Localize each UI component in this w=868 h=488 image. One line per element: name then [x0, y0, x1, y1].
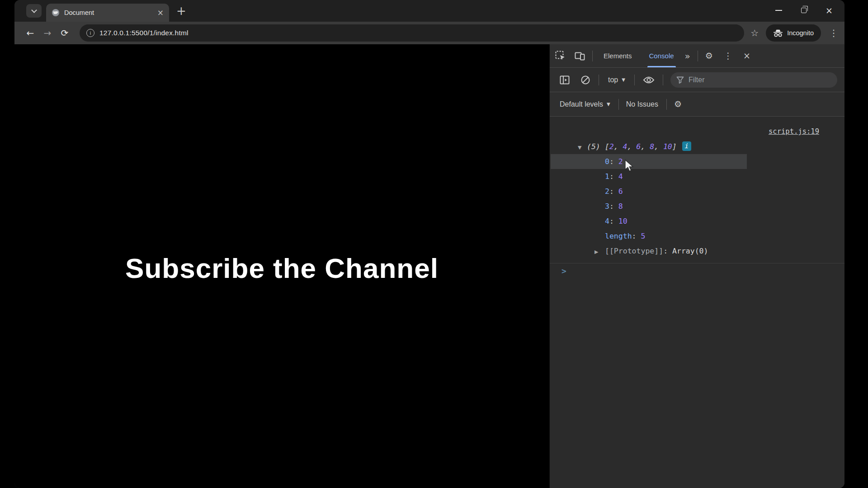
log-levels-dropdown[interactable]: Default levels ▼ [560, 100, 610, 108]
close-window-button[interactable]: × [816, 1, 842, 20]
colon: : [609, 157, 618, 166]
array-property-row[interactable]: 4: 10 [550, 214, 844, 229]
colon: : [663, 247, 672, 255]
colon: : [609, 217, 618, 225]
content-area: Subscribe the Channel [14, 44, 844, 488]
devtools-settings-icon[interactable]: ⚙ [705, 52, 713, 60]
array-log-row[interactable]: ▼(5) [2, 4, 6, 8, 10]i [550, 139, 844, 154]
devtools-close-icon[interactable]: × [743, 52, 750, 60]
devtools-tabbar: Elements Console » ⚙ ⋮ × [550, 44, 844, 68]
property-key: 1 [605, 172, 609, 181]
context-selector[interactable]: top ▼ [608, 76, 625, 84]
incognito-badge: Incognito [766, 24, 821, 42]
property-key: 3 [605, 202, 609, 211]
devtools-panel: Elements Console » ⚙ ⋮ × [549, 44, 844, 488]
eye-icon [643, 76, 655, 84]
console-toolbar: top ▼ Filter [550, 68, 844, 92]
property-key: 4 [605, 217, 609, 225]
device-toolbar-icon [575, 51, 585, 61]
separator [663, 75, 663, 85]
colon: : [609, 187, 618, 196]
bookmark-star-icon[interactable]: ☆ [750, 28, 759, 38]
comma: , [641, 142, 650, 151]
clear-console-button[interactable] [580, 75, 590, 85]
context-label: top [608, 76, 618, 84]
array-property-row[interactable]: 0: 2 [551, 154, 747, 169]
separator [698, 51, 698, 61]
property-value: 6 [618, 187, 623, 196]
preview-value: 10 [663, 142, 672, 151]
property-value: 10 [618, 217, 627, 225]
filter-placeholder: Filter [689, 76, 705, 84]
inspect-element-button[interactable] [555, 51, 566, 61]
array-property-row[interactable]: 3: 8 [550, 199, 844, 214]
reload-button[interactable]: ⟳ [56, 24, 73, 42]
property-key: 0 [605, 157, 609, 166]
expand-triangle-icon[interactable]: ▼ [578, 140, 587, 155]
toggle-device-toolbar-button[interactable] [575, 51, 585, 61]
window-controls: × [766, 1, 842, 20]
page-heading: Subscribe the Channel [125, 252, 439, 284]
separator [666, 99, 667, 110]
array-property-row[interactable]: 2: 6 [550, 184, 844, 199]
property-key: 2 [605, 187, 609, 196]
array-length-row[interactable]: length: 5 [550, 229, 844, 244]
source-link[interactable]: script.js:19 [769, 127, 819, 136]
tab-elements[interactable]: Elements [600, 44, 636, 67]
tab-strip: Document × + × [14, 0, 844, 22]
separator [618, 99, 619, 110]
prototype-value: Array(0) [672, 247, 708, 255]
live-expression-button[interactable] [643, 76, 655, 84]
console-sidebar-icon [560, 75, 570, 84]
property-value: 4 [618, 172, 623, 181]
bracket-close: ] [672, 142, 677, 151]
site-info-icon[interactable]: i [86, 29, 94, 37]
url-text[interactable]: 127.0.0.1:5500/1/index.html [99, 29, 189, 37]
browser-tab[interactable]: Document × [46, 4, 169, 22]
browser-menu-icon[interactable]: ⋮ [829, 28, 838, 38]
forward-button[interactable]: → [39, 24, 56, 42]
tab-title: Document [64, 9, 153, 16]
console-sidebar-button[interactable] [560, 75, 570, 84]
property-value: 8 [618, 202, 623, 211]
colon: : [609, 172, 618, 181]
devtools-menu-icon[interactable]: ⋮ [724, 52, 732, 60]
tab-console[interactable]: Console [646, 44, 678, 67]
chevron-down-icon: ▼ [607, 102, 610, 107]
console-messages: script.js:19 ▼(5) [2, 4, 6, 8, 10]i 0: 2… [550, 117, 844, 276]
array-property-row[interactable]: 1: 4 [550, 169, 844, 184]
mouse-cursor [624, 159, 634, 172]
inspect-cursor-icon [555, 51, 566, 61]
prototype-row[interactable]: ▶[[Prototype]]: Array(0) [550, 244, 844, 258]
info-badge-icon[interactable]: i [682, 141, 691, 151]
filter-input[interactable]: Filter [670, 72, 837, 88]
console-prompt[interactable]: > [550, 263, 844, 276]
source-link-row: script.js:19 [550, 124, 844, 139]
tab-search-button[interactable] [26, 4, 42, 18]
globe-favicon-icon [52, 9, 60, 17]
tab-close-icon[interactable]: × [157, 9, 164, 17]
restore-button[interactable] [791, 1, 816, 20]
new-tab-button[interactable]: + [174, 3, 189, 19]
more-tabs-icon[interactable]: » [685, 52, 690, 61]
chevron-down-icon: ▼ [622, 77, 625, 82]
console-settings-icon[interactable]: ⚙ [674, 100, 682, 108]
issues-counter[interactable]: No Issues [626, 100, 658, 108]
browser-toolbar: ← → ⟳ i 127.0.0.1:5500/1/index.html ☆ In… [14, 22, 844, 44]
back-button[interactable]: ← [22, 24, 39, 42]
prompt-chevron-icon: > [561, 266, 566, 276]
incognito-icon [773, 29, 783, 37]
preview-value: 6 [636, 142, 641, 151]
chevron-down-icon [31, 7, 37, 13]
minimize-button[interactable] [766, 1, 791, 20]
log-levels-label: Default levels [560, 100, 603, 108]
collapse-triangle-icon[interactable]: ▶ [594, 244, 605, 259]
property-value: 5 [641, 232, 645, 240]
comma: , [654, 142, 663, 151]
address-bar[interactable]: i 127.0.0.1:5500/1/index.html [80, 24, 744, 42]
preview-value: 4 [623, 142, 627, 151]
colon: : [609, 202, 618, 211]
active-tab-underline [647, 66, 676, 67]
comma: , [614, 142, 623, 151]
clear-console-icon [580, 75, 590, 85]
